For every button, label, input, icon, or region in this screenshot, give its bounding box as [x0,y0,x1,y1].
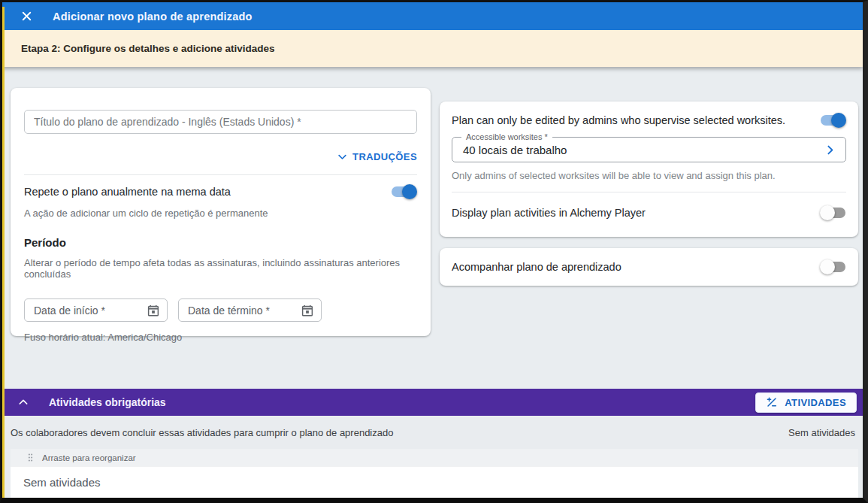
step-banner: Etapa 2: Configure os detalhes e adicion… [2,30,863,67]
timezone-note: Fuso horário atual: America/Chicago [24,332,417,343]
start-date-label: Data de início * [34,305,105,317]
form-body: TRADUÇÕES Repete o plano anualmente na m… [2,67,863,389]
accessible-worksites-label: Accessible worksites * [461,132,552,141]
empty-activities-row: Sem atividades [11,466,858,498]
modal-window: Adicionar novo plano de aprendizado Etap… [0,0,868,503]
empty-activities-label: Sem atividades [23,476,101,489]
activities-button[interactable]: ATIVIDADES [755,392,857,413]
modal-titlebar: Adicionar novo plano de aprendizado [2,2,863,30]
close-button[interactable] [19,9,34,24]
collapse-button[interactable] [17,396,29,408]
end-date-label: Data de término * [188,305,270,317]
left-edge-accent [2,7,5,498]
plan-title-input[interactable] [24,110,417,134]
activities-panel: Arraste para reorganizar Sem atividades [11,449,858,498]
translations-toggle[interactable]: TRADUÇÕES [24,151,417,162]
toggle-thumb [820,259,835,274]
exposure-icon [766,396,778,408]
activities-button-label: ATIVIDADES [785,397,846,408]
activities-status: Sem atividades [788,427,855,438]
calendar-icon [301,304,314,317]
toggle-thumb [820,205,835,220]
activities-panel-header: Arraste para reorganizar [11,449,858,466]
period-heading: Período [24,236,417,249]
accessible-worksites-value: 40 locais de trabalho [463,144,567,156]
worksites-toggle-label: Plan can only be edited by admins who su… [452,114,785,126]
accessible-worksites-field[interactable]: Accessible worksites * 40 locais de trab… [452,137,846,162]
worksites-helper-text: Only admins of selected worksites will b… [452,170,846,181]
tracking-toggle[interactable] [820,259,846,274]
repeat-plan-note: A ação de adicionar um ciclo de repetiçã… [24,208,417,219]
period-note: Alterar o período de tempo afeta todas a… [24,257,417,280]
end-date-field[interactable]: Data de término * [178,298,322,322]
drag-hint-label: Arraste para reorganizar [42,453,136,462]
step-banner-text: Etapa 2: Configure os detalhes e adicion… [21,43,275,54]
modal-title: Adicionar novo plano de aprendizado [53,11,253,23]
close-icon [20,9,34,23]
repeat-plan-label: Repete o plano anualmente na mema data [24,186,231,198]
toggle-thumb [402,184,417,199]
chevron-right-icon [824,144,836,156]
tracking-toggle-label: Acompanhar plano de aprendizado [452,261,622,273]
drag-handle-icon[interactable] [27,453,34,462]
calendar-icon [147,304,160,317]
player-toggle-label: Display plan activities in Alchemy Playe… [452,207,646,219]
required-activities-header: Atividades obrigatórias ATIVIDADES [2,389,863,416]
chevron-down-icon [337,151,348,162]
start-date-field[interactable]: Data de início * [24,298,168,322]
toggle-thumb [831,113,846,128]
player-toggle[interactable] [820,205,846,220]
repeat-plan-toggle[interactable] [391,184,417,199]
translations-label: TRADUÇÕES [352,151,417,162]
activities-description: Os colaboradores devem concluir essas at… [11,427,393,438]
worksites-toggle[interactable] [820,113,846,128]
worksites-settings-card: Plan can only be edited by admins who su… [440,102,858,237]
tracking-card: Acompanhar plano de aprendizado [440,248,858,286]
required-activities-title: Atividades obrigatórias [49,396,166,408]
activities-substrip: Os colaboradores devem concluir essas at… [2,416,863,449]
plan-details-card: TRADUÇÕES Repete o plano anualmente na m… [11,88,431,336]
